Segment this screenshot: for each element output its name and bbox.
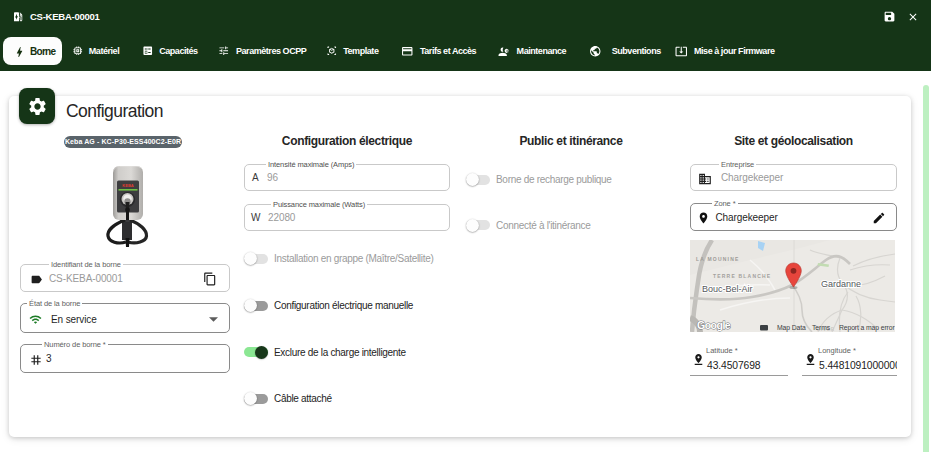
svg-text:TERRE BLANCHE: TERRE BLANCHE [713, 273, 771, 279]
svg-text:Map Data: Map Data [777, 324, 806, 332]
svg-text:Report a map error: Report a map error [839, 324, 895, 332]
svg-text:Gardanne: Gardanne [821, 279, 861, 289]
svg-text:Bouc-Bel-Air: Bouc-Bel-Air [702, 284, 753, 294]
svg-text:Terms: Terms [812, 324, 831, 331]
svg-text:KEBA: KEBA [122, 183, 133, 188]
svg-text:LA MOUNINE: LA MOUNINE [696, 256, 739, 262]
svg-text:Google: Google [697, 319, 731, 331]
